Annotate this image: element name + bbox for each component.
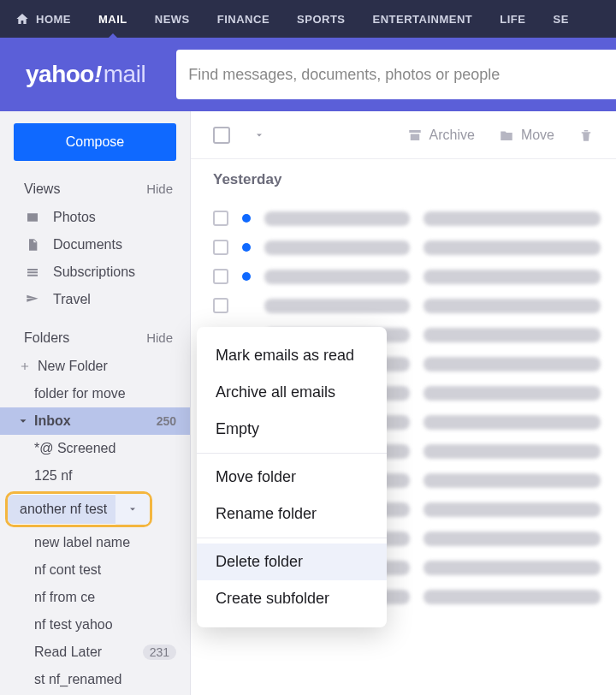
- subject-blur: [424, 270, 601, 284]
- unread-dot-icon: [242, 243, 251, 252]
- menu-separator: [197, 538, 387, 538]
- subject-blur: [424, 590, 601, 604]
- home-icon: [15, 12, 29, 26]
- folders-title: Folders: [24, 330, 69, 346]
- view-label: Travel: [53, 292, 91, 307]
- folder-label: 125 nf: [34, 468, 72, 484]
- delete-button[interactable]: [578, 128, 594, 143]
- search-bar[interactable]: [176, 50, 616, 99]
- mail-header: yahoo!mail: [0, 38, 616, 111]
- yahoo-mail-logo: yahoo!mail: [26, 61, 145, 88]
- subject-blur: [424, 211, 601, 226]
- ctx-move-folder[interactable]: Move folder: [197, 459, 387, 496]
- view-photos[interactable]: Photos: [0, 204, 190, 231]
- folder-item[interactable]: st nf_renamed: [0, 666, 190, 693]
- message-row[interactable]: [191, 262, 616, 291]
- nav-link-sports[interactable]: SPORTS: [297, 13, 345, 26]
- logo-excl: !: [94, 61, 102, 87]
- ctx-archive-all[interactable]: Archive all emails: [197, 374, 387, 411]
- folder-item[interactable]: *@ Screened: [0, 435, 190, 462]
- views-hide[interactable]: Hide: [146, 181, 173, 197]
- toolbar-label: Move: [521, 128, 554, 143]
- folder-selected[interactable]: another nf test: [0, 490, 190, 529]
- view-documents[interactable]: Documents: [0, 231, 190, 258]
- message-row[interactable]: [191, 291, 616, 320]
- folder-item[interactable]: nf cont test: [0, 556, 190, 584]
- subject-blur: [424, 444, 601, 459]
- folder-dropdown-toggle[interactable]: [116, 494, 150, 525]
- move-button[interactable]: Move: [499, 128, 554, 143]
- ctx-delete-folder[interactable]: Delete folder: [197, 544, 387, 580]
- subject-blur: [424, 386, 601, 401]
- global-nav: HOME MAIL NEWS FINANCE SPORTS ENTERTAINM…: [0, 0, 616, 38]
- plus-icon: [19, 360, 31, 372]
- folder-item[interactable]: nf from ce: [0, 584, 190, 611]
- ctx-rename-folder[interactable]: Rename folder: [197, 496, 387, 532]
- nav-home[interactable]: HOME: [15, 12, 71, 26]
- row-checkbox[interactable]: [213, 298, 228, 313]
- folder-item[interactable]: 125 nf: [0, 462, 190, 490]
- folder-item[interactable]: nf test yahoo: [0, 611, 190, 639]
- message-row[interactable]: [191, 204, 616, 233]
- logo-mail: mail: [104, 61, 145, 87]
- folder-label: nf cont test: [34, 562, 101, 578]
- toolbar-label: Archive: [429, 128, 475, 143]
- ctx-mark-read[interactable]: Mark emails as read: [197, 337, 387, 374]
- subject-blur: [424, 532, 601, 546]
- unread-dot-icon: [242, 214, 251, 223]
- message-row[interactable]: [191, 233, 616, 262]
- photos-icon: [24, 211, 41, 224]
- nav-link-home[interactable]: HOME: [36, 13, 71, 26]
- view-travel[interactable]: Travel: [0, 286, 190, 313]
- subject-blur: [424, 502, 601, 517]
- new-folder-label: New Folder: [38, 359, 108, 374]
- archive-icon: [407, 128, 423, 143]
- archive-button[interactable]: Archive: [407, 128, 475, 143]
- chevron-down-icon: [17, 415, 29, 427]
- folder-context-menu: Mark emails as read Archive all emails E…: [197, 327, 387, 627]
- sidebar: Compose Views Hide Photos Documents Subs…: [0, 111, 191, 695]
- nav-link-entertainment[interactable]: ENTERTAINMENT: [373, 13, 473, 26]
- folder-label: Inbox: [34, 413, 71, 429]
- subscriptions-icon: [24, 265, 41, 279]
- view-subscriptions[interactable]: Subscriptions: [0, 258, 190, 286]
- compose-button[interactable]: Compose: [14, 123, 176, 161]
- folder-inbox[interactable]: Inbox 250: [0, 407, 190, 435]
- new-folder[interactable]: New Folder: [0, 353, 190, 380]
- folder-label: new label name: [34, 535, 130, 550]
- ctx-create-subfolder[interactable]: Create subfolder: [197, 580, 387, 617]
- caret-down-icon: [127, 504, 138, 514]
- unread-dot-icon: [242, 272, 251, 281]
- nav-link-mail[interactable]: MAIL: [98, 13, 127, 26]
- folders-header: Folders Hide: [0, 325, 190, 353]
- list-toolbar: Archive Move: [191, 111, 616, 159]
- documents-icon: [24, 238, 41, 252]
- logo-yahoo: yahoo: [26, 61, 94, 87]
- row-checkbox[interactable]: [213, 211, 228, 226]
- nav-link-more[interactable]: SE: [553, 13, 568, 26]
- chevron-down-icon[interactable]: [254, 130, 264, 140]
- folder-item[interactable]: new label name: [0, 529, 190, 556]
- subject-blur: [424, 415, 601, 430]
- view-label: Documents: [53, 237, 122, 252]
- search-input[interactable]: [188, 66, 616, 84]
- nav-link-life[interactable]: LIFE: [500, 13, 525, 26]
- subject-blur: [424, 328, 601, 342]
- sender-blur: [264, 211, 410, 226]
- ctx-empty[interactable]: Empty: [197, 411, 387, 448]
- folder-label: st nf_renamed: [34, 672, 121, 687]
- view-label: Subscriptions: [53, 264, 135, 280]
- move-icon: [499, 128, 514, 143]
- row-checkbox[interactable]: [213, 269, 228, 284]
- folder-read-later[interactable]: Read Later 231: [0, 639, 190, 666]
- row-checkbox[interactable]: [213, 240, 228, 255]
- folder-item[interactable]: folder for move: [0, 380, 190, 407]
- views-title: Views: [24, 181, 60, 197]
- folders-hide[interactable]: Hide: [146, 330, 173, 346]
- subject-blur: [424, 561, 601, 575]
- select-all-checkbox[interactable]: [213, 127, 230, 144]
- folder-label: another nf test: [8, 495, 116, 524]
- nav-link-finance[interactable]: FINANCE: [217, 13, 270, 26]
- date-header: Yesterday: [191, 159, 616, 204]
- nav-link-news[interactable]: NEWS: [155, 13, 190, 26]
